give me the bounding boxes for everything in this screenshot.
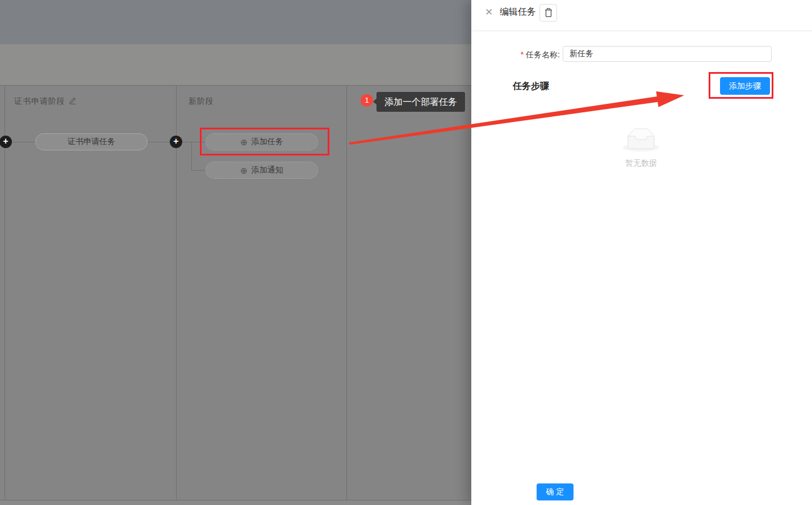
- task-node-label: 证书申请任务: [68, 137, 115, 147]
- connector-line: [148, 142, 170, 142]
- stage-divider: [346, 85, 347, 500]
- plus-circle-icon: ⊕: [240, 166, 248, 175]
- stage-title-cert-apply: 证书申请阶段: [14, 96, 76, 107]
- drawer-title: 编辑任务: [500, 6, 536, 18]
- drawer-header: ✕ 编辑任务: [471, 0, 812, 31]
- connector-line: [191, 142, 192, 170]
- connector-line: [191, 170, 206, 171]
- task-name-label-text: 任务名称:: [526, 50, 560, 59]
- edit-task-drawer: ✕ 编辑任务 *任务名称: 任务步骤 添加步骤 暂无数据 确 定: [471, 0, 812, 505]
- add-notification-label: 添加通知: [252, 165, 283, 175]
- tour-step-badge: 1: [361, 94, 373, 107]
- connector-line: [12, 142, 35, 142]
- required-mark: *: [521, 50, 524, 59]
- empty-state-text: 暂无数据: [596, 158, 687, 169]
- add-notification-button[interactable]: ⊕ 添加通知: [206, 162, 318, 179]
- stage-title-label: 证书申请阶段: [14, 96, 65, 107]
- edit-pencil-icon[interactable]: [69, 97, 76, 106]
- close-icon[interactable]: ✕: [485, 6, 493, 18]
- confirm-button[interactable]: 确 定: [537, 483, 574, 500]
- empty-state: 暂无数据: [596, 128, 687, 169]
- add-stage-node-left[interactable]: +: [0, 136, 12, 148]
- empty-box-icon: [623, 128, 659, 152]
- tour-highlight-add-step: [709, 72, 773, 99]
- tour-tooltip: 添加一个部署任务: [376, 92, 465, 112]
- task-name-label: *任务名称:: [471, 50, 560, 60]
- tour-highlight-add-task: [200, 128, 329, 155]
- stage-title-label: 新阶段: [189, 96, 214, 107]
- delete-task-button[interactable]: [539, 4, 557, 22]
- task-node-cert-apply[interactable]: 证书申请任务: [35, 133, 148, 150]
- plus-icon: +: [3, 136, 8, 146]
- task-name-input[interactable]: [563, 46, 772, 62]
- add-stage-node-middle[interactable]: +: [170, 136, 182, 148]
- task-steps-section-title: 任务步骤: [513, 81, 549, 92]
- plus-icon: +: [173, 136, 178, 146]
- stage-title-new-stage: 新阶段: [189, 96, 214, 107]
- trash-icon: [544, 8, 553, 18]
